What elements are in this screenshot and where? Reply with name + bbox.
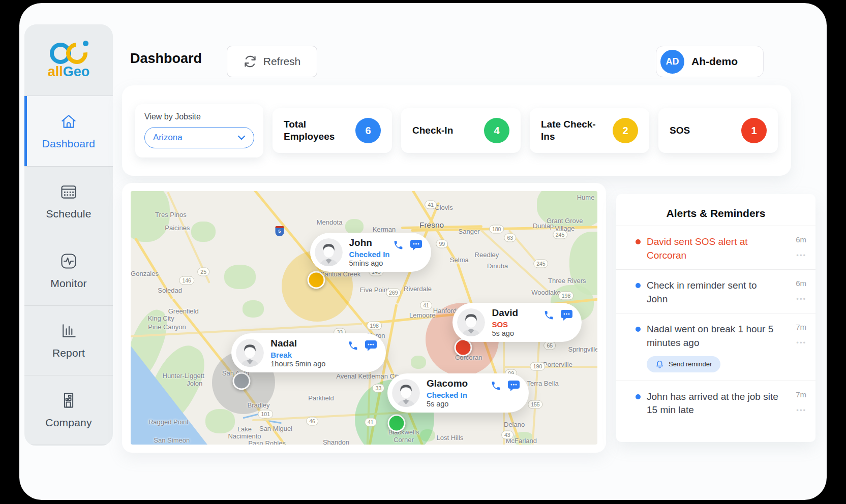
send-reminder-label: Send reminder — [669, 360, 712, 368]
phone-icon[interactable] — [543, 310, 554, 323]
sidebar-item-label: Dashboard — [42, 138, 96, 150]
map-place-label: San Simeon — [154, 436, 190, 444]
map-marker-nadal[interactable] — [232, 372, 250, 390]
sidebar-item-report[interactable]: Report — [24, 306, 113, 375]
stat-badge: 1 — [741, 118, 767, 143]
stat-card-late-check-ins: Late Check-Ins 2 — [530, 108, 649, 153]
phone-icon[interactable] — [393, 240, 404, 253]
employee-status: Break — [270, 351, 325, 359]
map-place-label: Delano — [504, 420, 525, 428]
map-place-label: Three Rivers — [547, 277, 587, 285]
map-place-label: Tres Pinos — [155, 211, 187, 218]
employee-time: 5mins ago — [349, 259, 390, 267]
employee-card-nadal: Nadal Break 1hours 5min ago — [231, 333, 386, 372]
sidebar-item-schedule[interactable]: Schedule — [24, 167, 113, 236]
message-icon[interactable] — [410, 239, 422, 253]
map-place-label: Terra Bella — [527, 380, 559, 387]
map-place-label: Gonzales — [131, 270, 159, 277]
jobsite-filter-card: View by Jobsite Arizona — [135, 104, 263, 158]
refresh-button[interactable]: Refresh — [227, 46, 317, 77]
bell-icon — [655, 360, 664, 369]
map-place-label: Paso Robles — [248, 439, 286, 445]
message-icon[interactable] — [560, 309, 573, 323]
page-title: Dashboard — [130, 51, 202, 67]
alert-time: 6m — [796, 235, 806, 244]
stat-label: Late Check-Ins — [541, 118, 607, 143]
map-place-label: San Miguel — [259, 424, 292, 432]
stat-badge: 4 — [484, 118, 509, 143]
stat-badge: 6 — [355, 118, 381, 143]
map-place-label: Pine Canyon — [148, 323, 186, 330]
route-shield: 269 — [386, 288, 401, 297]
more-options-icon[interactable]: ••• — [796, 339, 806, 346]
refresh-icon — [244, 55, 257, 68]
map-marker-john[interactable] — [308, 271, 325, 289]
map-place-label: Reedley — [475, 251, 499, 259]
stat-label: Check-In — [412, 124, 453, 137]
sidebar-item-company[interactable]: Company — [24, 375, 113, 445]
map-green-area — [243, 300, 264, 318]
phone-icon[interactable] — [348, 340, 358, 353]
sidebar-item-monitor[interactable]: Monitor — [24, 236, 113, 306]
map-green-area — [224, 265, 256, 289]
building-icon — [59, 391, 78, 412]
alert-text: Check in reminder sent to John — [647, 279, 780, 306]
sidebar-item-label: Schedule — [46, 208, 91, 220]
stat-badge: 2 — [613, 118, 638, 143]
jobsite-dropdown[interactable]: Arizona — [144, 127, 254, 148]
phone-icon[interactable] — [491, 381, 501, 393]
send-reminder-button[interactable]: Send reminder — [647, 356, 720, 372]
bar-chart-icon — [59, 322, 78, 342]
refresh-label: Refresh — [263, 55, 301, 68]
map-place-label: Porterville — [543, 360, 572, 368]
more-options-icon[interactable]: ••• — [796, 251, 806, 259]
route-shield: 245 — [533, 260, 549, 268]
app-root: { "logo": {"part1": "all", "part2": "Geo… — [0, 0, 846, 504]
map-green-area — [345, 219, 364, 234]
employee-card-david: David SOS 5s ago — [452, 303, 582, 342]
employee-status: Checked In — [349, 250, 390, 259]
pulse-icon — [59, 252, 78, 272]
map-place-label: King City — [148, 314, 174, 322]
user-avatar: AD — [660, 50, 684, 74]
home-icon — [59, 112, 78, 133]
alert-time: 7m — [796, 390, 806, 399]
map-place-label: Blackwells Corner — [383, 429, 424, 444]
route-shield: 198 — [559, 291, 574, 300]
map-place-label: Avenal Kettleman City — [336, 372, 401, 380]
map-place-label: Sanger — [459, 227, 480, 235]
employee-card-john: John Checked In 5mins ago — [310, 233, 431, 272]
more-options-icon[interactable]: ••• — [796, 406, 806, 414]
employee-name: John — [349, 237, 390, 248]
alert-bullet — [636, 327, 641, 332]
map-green-area — [191, 222, 216, 242]
alerts-panel: Alerts & Reminders David sent SOS alert … — [616, 194, 815, 442]
employee-avatar — [236, 339, 264, 367]
employee-status: Checked In — [427, 391, 468, 399]
message-icon[interactable] — [507, 380, 520, 394]
map-place-label: Clovis — [435, 204, 452, 211]
employee-time: 5s ago — [427, 400, 468, 408]
sidebar-item-label: Monitor — [50, 277, 86, 290]
more-options-icon[interactable]: ••• — [796, 295, 806, 303]
message-icon[interactable] — [365, 340, 377, 354]
employee-name: Nadal — [270, 338, 325, 349]
stat-label: SOS — [670, 124, 690, 137]
alert-bullet — [636, 283, 641, 288]
route-shield: 63 — [504, 233, 516, 242]
map-place-label: Kerman — [373, 225, 396, 233]
alert-item-checkin-reminder: Check in reminder sent to John 6m ••• — [616, 269, 815, 313]
route-shield: 99 — [436, 239, 448, 248]
employee-avatar — [392, 379, 420, 407]
map-place-label: Hanford — [433, 307, 457, 314]
map-place-label: Springville — [568, 345, 597, 353]
map-place-label: Lost Hills — [437, 434, 464, 442]
route-shield: 25 — [197, 268, 209, 276]
map-canvas[interactable]: John Checked In 5mins ago David SOS 5s a… — [131, 191, 597, 445]
sidebar-item-dashboard[interactable]: Dashboard — [24, 96, 113, 167]
map-marker-glacomo[interactable] — [388, 414, 406, 432]
stat-card-total-employees: Total Employees 6 — [273, 108, 392, 153]
calendar-icon — [59, 182, 78, 203]
route-shield: 146 — [179, 276, 194, 285]
user-menu[interactable]: AD Ah-demo — [656, 46, 764, 77]
